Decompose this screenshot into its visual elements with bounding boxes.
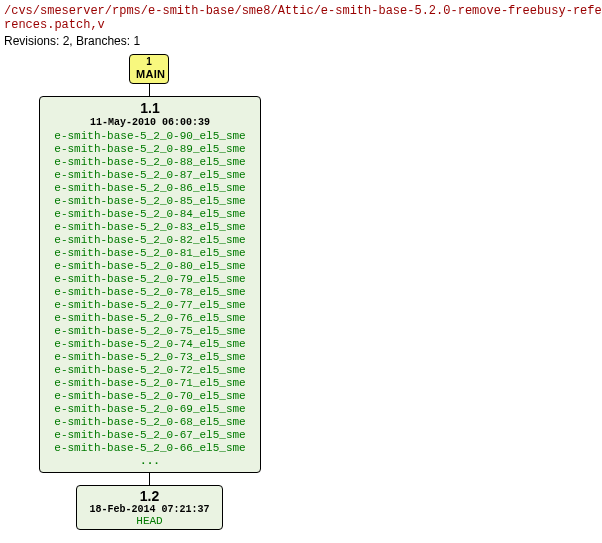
branch-label: MAIN — [136, 68, 165, 80]
branch-main: 1 MAIN — [129, 54, 169, 84]
revision-tag: e-smith-base-5_2_0-81_el5_sme — [50, 247, 250, 260]
revision-tag: e-smith-base-5_2_0-90_el5_sme — [50, 130, 250, 143]
revision-tag: e-smith-base-5_2_0-88_el5_sme — [50, 156, 250, 169]
revision-tag: e-smith-base-5_2_0-87_el5_sme — [50, 169, 250, 182]
revision-tag: e-smith-base-5_2_0-80_el5_sme — [50, 260, 250, 273]
revision-tag: e-smith-base-5_2_0-72_el5_sme — [50, 364, 250, 377]
revision-tag: e-smith-base-5_2_0-66_el5_sme — [50, 442, 250, 455]
tags-ellipsis: ... — [50, 455, 250, 468]
head-label: HEAD — [85, 515, 214, 527]
revision-tag: e-smith-base-5_2_0-69_el5_sme — [50, 403, 250, 416]
branch-number: 1 — [136, 56, 162, 67]
revision-tag: e-smith-base-5_2_0-70_el5_sme — [50, 390, 250, 403]
revision-1-2: 1.2 18-Feb-2014 07:21:37 HEAD — [76, 485, 223, 530]
revision-tag: e-smith-base-5_2_0-83_el5_sme — [50, 221, 250, 234]
revision-tag: e-smith-base-5_2_0-77_el5_sme — [50, 299, 250, 312]
connector — [149, 84, 150, 96]
revision-tag: e-smith-base-5_2_0-68_el5_sme — [50, 416, 250, 429]
revision-timestamp: 11-May-2010 06:00:39 — [50, 116, 250, 129]
revision-graph: 1 MAIN 1.1 11-May-2010 06:00:39 e-smith-… — [4, 54, 598, 543]
revision-tag: e-smith-base-5_2_0-86_el5_sme — [50, 182, 250, 195]
revision-title: 1.1 — [50, 102, 250, 115]
revision-tag: e-smith-base-5_2_0-74_el5_sme — [50, 338, 250, 351]
revision-timestamp: 18-Feb-2014 07:21:37 — [85, 504, 214, 515]
revision-title: 1.2 — [85, 488, 214, 504]
revision-tag: e-smith-base-5_2_0-82_el5_sme — [50, 234, 250, 247]
revision-tag: e-smith-base-5_2_0-75_el5_sme — [50, 325, 250, 338]
revision-tag: e-smith-base-5_2_0-85_el5_sme — [50, 195, 250, 208]
revision-tag: e-smith-base-5_2_0-76_el5_sme — [50, 312, 250, 325]
revision-tag: e-smith-base-5_2_0-67_el5_sme — [50, 429, 250, 442]
revisions-summary: Revisions: 2, Branches: 1 — [4, 34, 602, 48]
revision-tag: e-smith-base-5_2_0-79_el5_sme — [50, 273, 250, 286]
revision-tag: e-smith-base-5_2_0-89_el5_sme — [50, 143, 250, 156]
revision-tag: e-smith-base-5_2_0-71_el5_sme — [50, 377, 250, 390]
connector — [149, 472, 150, 485]
file-path: /cvs/smeserver/rpms/e-smith-base/sme8/At… — [4, 4, 602, 32]
revision-tag: e-smith-base-5_2_0-78_el5_sme — [50, 286, 250, 299]
revision-tag: e-smith-base-5_2_0-73_el5_sme — [50, 351, 250, 364]
revision-1-1: 1.1 11-May-2010 06:00:39 e-smith-base-5_… — [39, 96, 261, 473]
revision-tag: e-smith-base-5_2_0-84_el5_sme — [50, 208, 250, 221]
